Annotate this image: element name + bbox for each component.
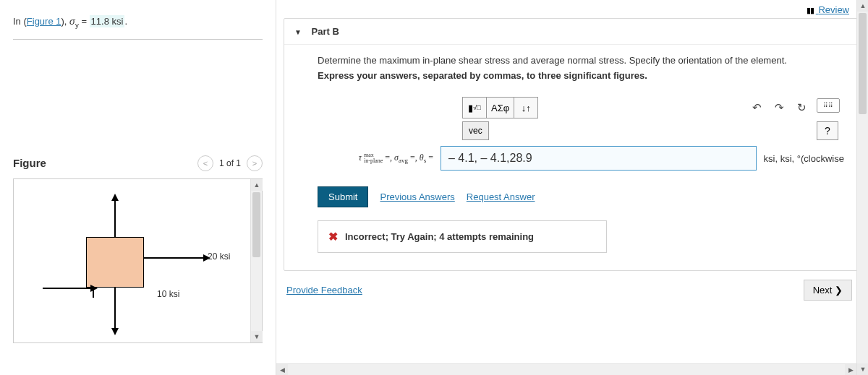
figure-scrollbar[interactable]: ▲ ▼ (250, 179, 262, 342)
keyboard-button[interactable]: ⠿⠿ (817, 98, 840, 113)
figure-pager: < 1 of 1 > (197, 155, 263, 171)
figure-header: Figure < 1 of 1 > (13, 155, 263, 171)
problem-statement: In (Figure 1), σy = 11.8 ksi. (13, 10, 263, 40)
stress-element (86, 237, 144, 288)
figure-page-label: 1 of 1 (219, 158, 241, 168)
redo-button[interactable]: ↷ (772, 98, 787, 117)
answer-units: ksi, ksi, °(clockwise (764, 153, 844, 164)
prompt-description: Determine the maximum in-plane shear str… (318, 55, 844, 66)
provide-feedback-link[interactable]: Provide Feedback (286, 285, 362, 296)
vec-button[interactable]: vec (462, 121, 489, 140)
incorrect-icon: ✖ (328, 230, 338, 243)
templates-button[interactable]: ▮√□ (462, 97, 487, 118)
answer-row: τ maxin-plane =, σavg =, θs = ksi, ksi, … (318, 146, 844, 171)
vertical-scrollbar[interactable]: ▲ ▼ (856, 0, 868, 375)
right-panel: ▮▮ Review ▼ Part B Determine the maximum… (276, 0, 868, 375)
label-right-stress: 20 ksi (208, 251, 230, 262)
footer-row: Provide Feedback Next ❯ (276, 271, 868, 308)
previous-answers-link[interactable]: Previous Answers (380, 191, 454, 202)
figure-box: 20 ksi 10 ksi ▲ ▼ (13, 178, 263, 343)
part-title: Part B (312, 26, 339, 37)
problem-suffix-before: ), σy (61, 16, 79, 27)
part-header[interactable]: ▼ Part B (284, 19, 860, 45)
left-panel: In (Figure 1), σy = 11.8 ksi. Figure < 1… (0, 0, 276, 375)
horizontal-scrollbar[interactable]: ◀ ▶ (276, 363, 856, 375)
part-card: ▼ Part B Determine the maximum in-plane … (284, 18, 861, 271)
figure-title: Figure (13, 157, 46, 169)
equation-toolbar: ▮√□ ΑΣφ ↓↑ ↶ ↷ ↻ ⠿⠿ (462, 95, 844, 120)
figure-next-button[interactable]: > (247, 155, 263, 171)
review-icon: ▮▮ (807, 6, 814, 15)
greek-button[interactable]: ΑΣφ (486, 97, 514, 118)
figure-diagram: 20 ksi 10 ksi (14, 179, 250, 342)
answer-variables: τ maxin-plane =, σavg =, θs = (318, 152, 433, 164)
undo-button[interactable]: ↶ (749, 98, 765, 117)
answer-input[interactable] (441, 146, 757, 171)
reset-button[interactable]: ↻ (794, 98, 809, 117)
prompt-instructions: Express your answers, separated by comma… (318, 70, 844, 81)
label-bottom-stress: 10 ksi (157, 289, 179, 299)
feedback-box: ✖ Incorrect; Try Again; 4 attempts remai… (318, 220, 607, 253)
submit-button[interactable]: Submit (318, 186, 368, 207)
feedback-text: Incorrect; Try Again; 4 attempts remaini… (345, 231, 534, 242)
review-link[interactable]: ▮▮ Review (807, 4, 849, 15)
help-button[interactable]: ? (817, 121, 838, 140)
figure-prev-button[interactable]: < (197, 155, 213, 171)
collapse-icon: ▼ (294, 28, 302, 36)
request-answer-link[interactable]: Request Answer (467, 191, 535, 202)
swap-button[interactable]: ↓↑ (514, 97, 538, 118)
figure-link[interactable]: Figure 1 (27, 16, 61, 27)
next-button[interactable]: Next ❯ (804, 280, 852, 301)
problem-prefix: In ( (13, 16, 27, 27)
given-value: 11.8 ksi (90, 15, 125, 27)
